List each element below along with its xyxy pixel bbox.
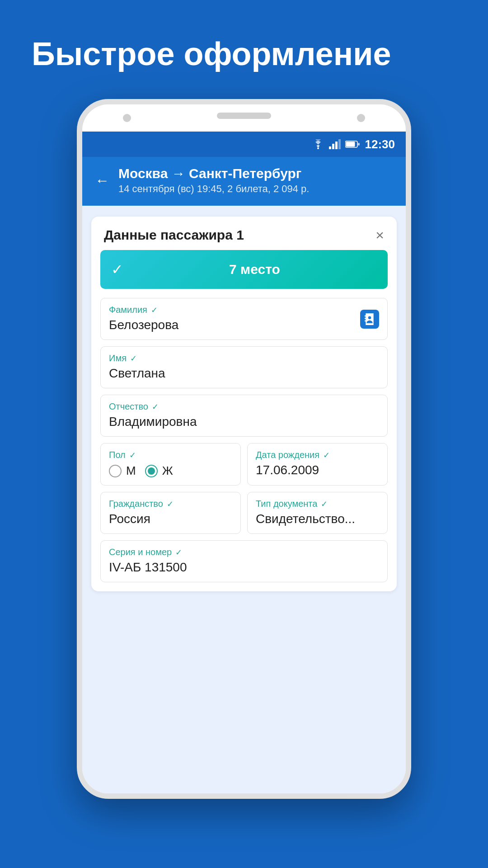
citizenship-label: Гражданство ✓	[109, 499, 232, 509]
svg-rect-3	[335, 142, 338, 149]
status-bar: 12:30	[82, 132, 406, 157]
card-title: Данные пассажира 1	[104, 227, 244, 243]
card-header: Данные пассажира 1 ×	[91, 217, 397, 250]
signal-icon	[329, 139, 341, 149]
birthdate-field[interactable]: Дата рождения ✓ 17.06.2009	[247, 443, 388, 486]
svg-rect-10	[365, 320, 366, 321]
seat-check-icon: ✓	[111, 261, 123, 278]
form-fields: Фамилия ✓ Белозерова	[91, 298, 397, 591]
last-name-value: Белозерова	[109, 318, 379, 332]
gender-female-radio-inner	[148, 467, 155, 475]
middle-name-check: ✓	[152, 402, 159, 412]
last-name-check: ✓	[151, 305, 158, 315]
middle-name-value: Владимировна	[109, 415, 379, 429]
close-button[interactable]: ×	[375, 228, 384, 242]
svg-point-0	[317, 147, 319, 149]
last-name-field[interactable]: Фамилия ✓ Белозерова	[100, 298, 388, 340]
doc-number-value: IV-АБ 131500	[109, 560, 379, 575]
gender-female-radio[interactable]	[145, 465, 158, 477]
first-name-field[interactable]: Имя ✓ Светлана	[100, 346, 388, 388]
app-header: ← Москва → Санкт-Петербург 14 сентября (…	[82, 157, 406, 206]
first-name-check: ✓	[130, 354, 137, 363]
svg-rect-6	[346, 142, 355, 147]
route-title: Москва → Санкт-Петербург	[118, 166, 393, 181]
citizenship-field[interactable]: Гражданство ✓ Россия	[100, 492, 241, 534]
gender-check: ✓	[129, 450, 136, 460]
seat-label: 7 место	[132, 262, 377, 277]
status-icons	[312, 139, 360, 149]
svg-rect-7	[358, 143, 360, 146]
status-time: 12:30	[365, 137, 395, 151]
birthdate-value: 17.06.2009	[256, 463, 379, 477]
wifi-icon	[312, 139, 324, 149]
back-button[interactable]: ←	[95, 172, 109, 189]
first-name-value: Светлана	[109, 366, 379, 381]
gender-field[interactable]: Пол ✓ М	[100, 443, 241, 486]
citizenship-doctype-row: Гражданство ✓ Россия Тип документа ✓	[100, 492, 388, 534]
camera-dot-right	[357, 114, 365, 122]
birthdate-check: ✓	[323, 450, 330, 460]
last-name-label: Фамилия ✓	[109, 305, 379, 315]
svg-rect-8	[365, 315, 366, 316]
phone-speaker	[217, 113, 271, 119]
doc-number-check: ✓	[175, 547, 182, 557]
gender-male-option[interactable]: М	[109, 464, 136, 478]
route-details: 14 сентября (вс) 19:45, 2 билета, 2 094 …	[118, 183, 393, 195]
camera-dot-left	[123, 114, 131, 122]
gender-female-label: Ж	[162, 464, 173, 478]
doc-type-field[interactable]: Тип документа ✓ Свидетельство...	[247, 492, 388, 534]
svg-rect-1	[329, 146, 331, 149]
svg-rect-2	[332, 144, 334, 149]
gender-birthdate-row: Пол ✓ М	[100, 443, 388, 486]
gender-male-label: М	[126, 464, 136, 478]
middle-name-label: Отчество ✓	[109, 401, 379, 412]
contact-book-icon[interactable]	[360, 310, 379, 329]
gender-options: М Ж	[109, 464, 232, 478]
content-area: Данные пассажира 1 × ✓ 7 место Фамилия	[82, 206, 406, 793]
citizenship-value: Россия	[109, 512, 232, 526]
passenger-card: Данные пассажира 1 × ✓ 7 место Фамилия	[91, 217, 397, 591]
doc-number-label: Серия и номер ✓	[109, 547, 379, 557]
doc-type-check: ✓	[321, 499, 328, 509]
citizenship-check: ✓	[167, 499, 174, 509]
doc-number-field[interactable]: Серия и номер ✓ IV-АБ 131500	[100, 540, 388, 582]
svg-rect-4	[338, 139, 341, 149]
phone-notch	[82, 104, 406, 132]
battery-icon	[345, 140, 360, 148]
seat-button[interactable]: ✓ 7 место	[100, 250, 388, 289]
first-name-label: Имя ✓	[109, 353, 379, 363]
middle-name-field[interactable]: Отчество ✓ Владимировна	[100, 395, 388, 437]
header-info: Москва → Санкт-Петербург 14 сентября (вс…	[118, 166, 393, 195]
page-title: Быстрое оформление	[0, 0, 488, 90]
gender-male-radio[interactable]	[109, 465, 122, 477]
gender-label: Пол ✓	[109, 450, 232, 460]
doc-type-label: Тип документа ✓	[256, 499, 379, 509]
svg-rect-9	[365, 317, 366, 319]
doc-type-value: Свидетельство...	[256, 512, 379, 526]
gender-female-option[interactable]: Ж	[145, 464, 173, 478]
phone-frame: 12:30 ← Москва → Санкт-Петербург 14 сент…	[77, 99, 411, 799]
birthdate-label: Дата рождения ✓	[256, 450, 379, 460]
